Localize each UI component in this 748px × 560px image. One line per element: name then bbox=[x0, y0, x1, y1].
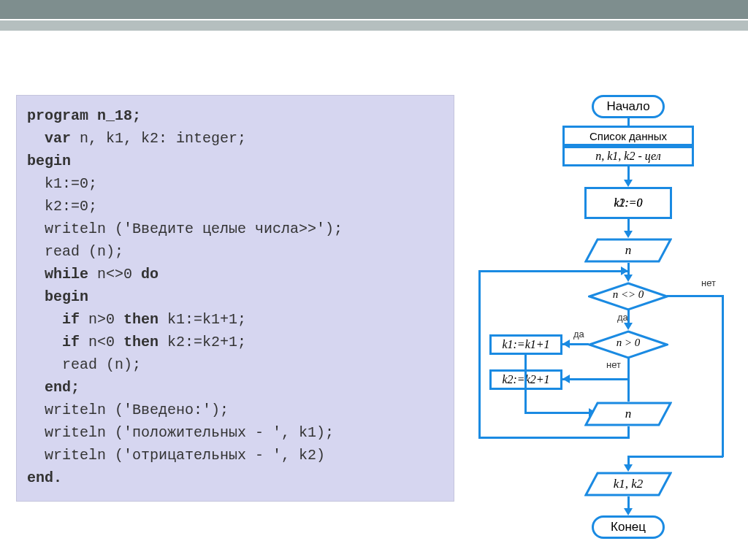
code-line: k1:=0; bbox=[27, 172, 443, 195]
flow-vars: n, k1, k2 - цел bbox=[562, 146, 694, 166]
code-line: writeln ('отрицательных - ', k2) bbox=[27, 444, 443, 467]
code-line: if n>0 then k1:=k1+1; bbox=[27, 308, 443, 331]
flow-connector bbox=[630, 456, 723, 458]
flow-datalist: Список данных bbox=[562, 126, 694, 146]
flow-assign-k1: k1:=k1+1 bbox=[489, 334, 562, 355]
label-yes: да bbox=[573, 329, 584, 340]
flow-connector bbox=[524, 355, 527, 413]
arrow-left-icon bbox=[562, 375, 570, 383]
arrow-left-icon bbox=[562, 340, 570, 348]
arrow-down-icon bbox=[624, 180, 633, 187]
flow-input-n-loop-label: n bbox=[625, 407, 632, 421]
flow-datalist-label: Список данных bbox=[589, 130, 667, 142]
flow-output: k1, k2 bbox=[584, 472, 672, 496]
header-bars bbox=[0, 0, 748, 31]
code-line: read (n); bbox=[27, 240, 443, 263]
header-bar-light bbox=[0, 20, 748, 31]
code-line: end; bbox=[27, 376, 443, 399]
arrow-down-icon bbox=[624, 231, 633, 238]
flow-input-n: n bbox=[584, 238, 672, 263]
flowchart: Начало Список данных n, k1, k2 - цел k1:… bbox=[475, 95, 738, 555]
label-no: нет bbox=[701, 277, 716, 288]
label-no: нет bbox=[606, 359, 621, 370]
arrow-right-icon bbox=[621, 266, 628, 275]
flow-input-n-label: n bbox=[625, 243, 632, 258]
flow-assign-k1-label: k1:=k1+1 bbox=[502, 338, 549, 351]
flow-start-label: Начало bbox=[606, 99, 649, 114]
flow-connector bbox=[627, 118, 630, 126]
arrow-down-icon bbox=[624, 508, 633, 515]
flow-end-label: Конец bbox=[611, 520, 646, 534]
code-line: writeln ('Введите целые числа>>'); bbox=[27, 218, 443, 240]
flow-connector bbox=[524, 412, 590, 414]
flow-connector bbox=[627, 166, 630, 181]
flow-init2-label: k2:=0 bbox=[614, 196, 642, 210]
flow-connector bbox=[627, 310, 630, 324]
flow-connector bbox=[667, 295, 723, 297]
flow-cond-gt0-label: n > 0 bbox=[588, 337, 668, 349]
flow-cond-gt0: n > 0 bbox=[588, 330, 668, 359]
code-line: writeln ('положительных - ', k1); bbox=[27, 421, 443, 444]
arrow-down-icon bbox=[624, 275, 633, 282]
code-line: while n<>0 do bbox=[27, 263, 443, 285]
code-line: read (n); bbox=[27, 353, 443, 376]
code-line: begin bbox=[27, 285, 443, 308]
code-panel: program n_18; var n, k1, k2: integer; be… bbox=[16, 95, 454, 502]
code-line: if n<0 then k2:=k2+1; bbox=[27, 331, 443, 353]
code-line: writeln ('Введено:'); bbox=[27, 399, 443, 421]
code-line: end. bbox=[27, 467, 443, 489]
flow-connector bbox=[478, 270, 481, 439]
flow-connector bbox=[478, 437, 630, 439]
flow-input-n-loop: n bbox=[584, 402, 672, 426]
flow-end: Конец bbox=[592, 515, 665, 539]
arrow-down-icon bbox=[624, 464, 633, 472]
flow-start: Начало bbox=[592, 95, 665, 118]
label-yes: да bbox=[617, 312, 628, 323]
code-line: begin bbox=[27, 150, 443, 172]
flow-init: k1:=0 k2:=0 bbox=[584, 187, 672, 219]
flow-cond-neq0: n <> 0 bbox=[588, 282, 668, 311]
flow-connector bbox=[627, 358, 630, 380]
header-bar-dark bbox=[0, 0, 748, 20]
flow-connector bbox=[627, 378, 630, 402]
flow-cond-neq0-label: n <> 0 bbox=[588, 288, 668, 301]
flow-connector bbox=[562, 378, 628, 380]
code-line: var n, k1, k2: integer; bbox=[27, 127, 443, 150]
flow-vars-label: n, k1, k2 - цел bbox=[595, 150, 661, 163]
flow-connector bbox=[478, 270, 627, 272]
code-line: k2:=0; bbox=[27, 195, 443, 218]
arrow-down-icon bbox=[624, 323, 633, 330]
flow-connector bbox=[722, 295, 724, 457]
flow-output-label: k1, k2 bbox=[614, 477, 644, 491]
code-line: program n_18; bbox=[27, 104, 443, 127]
